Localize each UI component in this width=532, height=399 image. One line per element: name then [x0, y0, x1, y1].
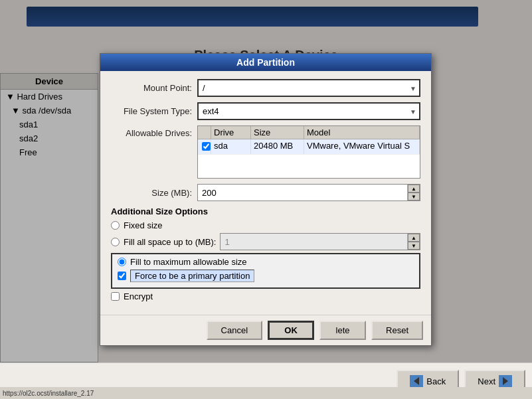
size-input[interactable] [198, 185, 407, 200]
fill-space-decrement-btn[interactable]: ▼ [408, 242, 420, 250]
ok-button[interactable]: OK [268, 321, 314, 340]
fill-max-label[interactable]: Fill to maximum allowable size [130, 257, 247, 267]
next-icon [499, 375, 512, 387]
allowable-drives-row: Allowable Drives: Drive Size Model [111, 125, 420, 179]
reset-button[interactable]: Reset [371, 321, 423, 340]
encrypt-label[interactable]: Encrypt [124, 291, 153, 301]
back-icon [410, 375, 423, 387]
drive-name-cell: sda [211, 139, 251, 154]
mount-point-row: Mount Point: / /boot /home /var swap ▼ [111, 79, 420, 97]
mount-point-select-wrapper[interactable]: / /boot /home /var swap ▼ [197, 79, 420, 97]
add-partition-dialog: Add Partition Mount Point: / /boot /home… [100, 53, 432, 346]
drive-model-cell: VMware, VMware Virtual S [304, 139, 420, 154]
fill-max-row: Fill to maximum allowable size [118, 257, 414, 267]
fixed-size-label[interactable]: Fixed size [124, 220, 163, 230]
fixed-size-radio[interactable] [111, 221, 120, 230]
filesystem-label: File System Type: [111, 106, 197, 116]
size-spinner-wrapper[interactable]: ▲ ▼ [197, 184, 420, 201]
col-check [198, 126, 211, 139]
col-model: Model [304, 126, 420, 139]
drive-checkbox-cell[interactable] [198, 139, 211, 154]
col-drive: Drive [211, 126, 251, 139]
force-primary-row: Force to be a primary partition [118, 270, 414, 282]
fill-space-spinner-wrapper[interactable]: ▲ ▼ [220, 233, 420, 250]
main-window: Please Select A Device Device ▼ Hard Dri… [0, 0, 532, 399]
filesystem-select[interactable]: ext4 ext3 ext2 xfs btrfs swap [199, 104, 419, 119]
cancel-button[interactable]: Cancel [207, 321, 262, 340]
allowable-drives-container: Drive Size Model sda 20480 MB VMware, VM… [197, 125, 420, 179]
drives-table-header: Drive Size Model [198, 126, 420, 139]
fill-space-input[interactable] [221, 234, 407, 250]
drive-size-cell: 20480 MB [251, 139, 304, 154]
dialog-buttons: Cancel OK lete Reset [100, 315, 431, 345]
fill-space-row: Fill all space up to (MB): ▲ ▼ [111, 233, 420, 250]
fixed-size-row: Fixed size [111, 220, 420, 230]
next-arrow-icon [503, 377, 508, 385]
filesystem-select-wrapper[interactable]: ext4 ext3 ext2 xfs btrfs swap ▼ [197, 102, 420, 120]
col-size: Size [251, 126, 304, 139]
size-row: Size (MB): ▲ ▼ [111, 184, 420, 201]
back-arrow-icon [414, 377, 419, 385]
delete-button[interactable]: lete [319, 321, 366, 340]
status-url: https://ol2c.ocst/installare_2.17 [3, 390, 94, 397]
fill-space-label[interactable]: Fill all space up to (MB): [124, 237, 216, 247]
size-spinner-buttons: ▲ ▼ [407, 185, 420, 200]
fill-space-spinner-buttons: ▲ ▼ [407, 234, 420, 250]
size-decrement-btn[interactable]: ▼ [408, 193, 420, 200]
status-bar: https://ol2c.ocst/installare_2.17 [0, 387, 532, 399]
back-label: Back [426, 376, 446, 386]
dialog-content: Mount Point: / /boot /home /var swap ▼ [100, 71, 431, 312]
drive-checkbox[interactable] [202, 142, 211, 151]
fill-space-increment-btn[interactable]: ▲ [408, 234, 420, 242]
fill-space-radio[interactable] [111, 238, 120, 246]
mount-point-select[interactable]: / /boot /home /var swap [199, 80, 419, 96]
drives-table-row[interactable]: sda 20480 MB VMware, VMware Virtual S [198, 139, 420, 155]
fill-max-radio[interactable] [118, 258, 126, 266]
modal-overlay: Add Partition Mount Point: / /boot /home… [0, 0, 532, 399]
encrypt-row: Encrypt [111, 291, 420, 301]
dialog-title-bar: Add Partition [100, 54, 431, 71]
fill-max-section: Fill to maximum allowable size Force to … [111, 253, 420, 289]
size-increment-btn[interactable]: ▲ [408, 185, 420, 193]
allowable-drives-label: Allowable Drives: [111, 125, 197, 138]
filesystem-row: File System Type: ext4 ext3 ext2 xfs btr… [111, 102, 420, 120]
size-label: Size (MB): [111, 188, 197, 198]
encrypt-checkbox[interactable] [111, 292, 120, 301]
force-primary-checkbox[interactable] [118, 272, 126, 280]
additional-size-title: Additional Size Options [111, 206, 420, 216]
next-label: Next [478, 376, 495, 386]
additional-size-section: Additional Size Options Fixed size Fill … [111, 206, 420, 301]
force-primary-label[interactable]: Force to be a primary partition [130, 270, 254, 282]
mount-point-label: Mount Point: [111, 83, 197, 93]
